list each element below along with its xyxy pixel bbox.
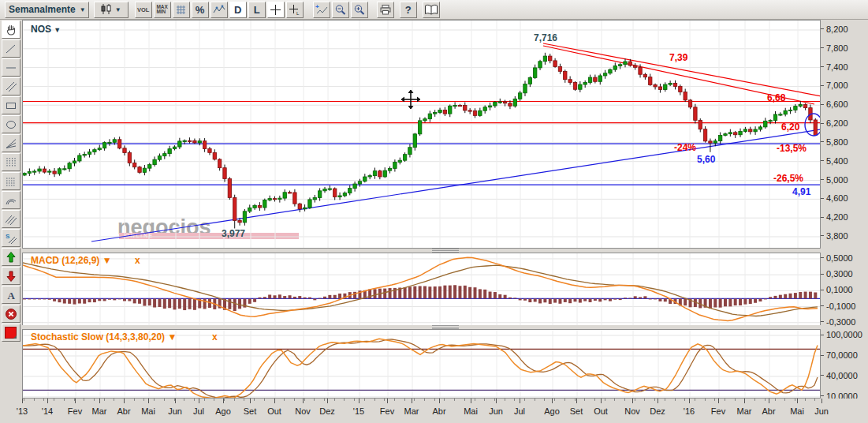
chart-style-dropdown[interactable]: ▼ [94,2,129,18]
month-label: Ago [544,406,560,416]
fib-retracement-tool[interactable] [2,172,20,190]
month-tick [22,399,23,403]
fib-time-zones-tool[interactable] [2,153,20,171]
daily-button[interactable]: D [229,2,247,18]
month-label: Out [267,406,281,416]
month-tick [744,399,745,403]
month-tick [175,399,176,403]
macd-close-button[interactable]: x [135,255,140,266]
help-button[interactable]: ? [400,2,417,18]
horizontal-line-tool[interactable] [2,58,20,77]
grid-button[interactable] [173,2,190,18]
vgrid-icon [5,156,17,169]
zoom-out-icon [334,4,346,16]
minor-tick [554,399,555,401]
minor-tick [354,399,355,401]
arrow-down-tool[interactable] [2,267,20,285]
fan-lines-tool[interactable] [2,134,20,152]
chevron-down-icon: ▼ [80,6,86,13]
parallel-lines-tool[interactable] [2,77,20,95]
month-tick [439,399,440,403]
stochastic-close-button[interactable]: x [212,331,218,343]
macd-canvas[interactable] [23,253,820,325]
ellipse-tool[interactable] [2,115,20,133]
axis-tick-label: 4,600 [821,193,848,203]
month-tick [47,399,48,403]
minor-tick [514,399,515,401]
month-tick [412,399,412,403]
speed-lines-tool[interactable] [2,210,20,228]
color-tool[interactable] [2,324,20,342]
month-label: Set [570,406,583,416]
minor-tick [635,399,635,401]
month-tick [327,399,328,403]
volume-button[interactable]: VOL [135,2,152,18]
fib-arcs-tool[interactable] [2,191,20,209]
max-min-button[interactable]: MAX MIN [154,2,171,18]
crosshair-button[interactable] [267,2,285,18]
gann-lines-tool[interactable]: S [2,229,20,247]
axis-tick-label: 7,800 [821,43,848,53]
minor-tick [735,399,736,401]
axis-tick-label: 5,400 [821,156,848,166]
text-tool[interactable]: A [2,286,20,304]
s-lines-icon: S [5,232,17,245]
zoom-in-button[interactable] [351,2,368,18]
percent-button[interactable]: % [192,2,209,18]
trendline-tool[interactable] [2,39,20,58]
line-chart-button[interactable]: L [248,2,266,18]
print-button[interactable] [377,2,394,18]
ellipse-icon [5,118,17,131]
month-label: Fev [380,406,394,416]
delete-tool[interactable] [2,305,20,323]
axis-tick-label: 7,000 [821,80,848,90]
stochastic-panel[interactable]: Stochastic Slow (14,3,3,80,20) ▼ x [22,329,821,399]
arrow-up-tool[interactable] [2,248,20,266]
minor-tick [43,399,44,401]
minor-tick [684,399,685,401]
axis-tick-label: 0,5000 [821,253,853,263]
price-chart-canvas[interactable]: 7,7167,396,686,20-24%5,60-13,5%-26,5%4,9… [23,21,820,248]
minor-tick [725,399,725,401]
month-tick [75,399,76,403]
month-label: Mar [92,406,107,416]
symbol-dropdown[interactable]: NOS ▼ [31,24,61,35]
macd-label-dropdown[interactable]: MACD (12,26,9) ▼ [31,255,112,266]
compare-button[interactable]: + [313,2,330,18]
color-swatch-icon [4,326,18,340]
minor-tick [424,399,425,401]
minor-tick [614,399,615,401]
crosshair-last-button[interactable]: L [286,2,304,18]
stochastic-label-dropdown[interactable]: Stochastic Slow (14,3,3,80,20) ▼ [31,331,177,343]
month-tick [223,399,224,403]
rectangle-tool[interactable] [2,96,20,114]
zoom-out-button[interactable] [332,2,349,18]
axis-tick-label: 5,000 [821,175,848,185]
macd-panel[interactable]: MACD (12,26,9) ▼ x [22,253,821,326]
minor-tick [644,399,645,401]
month-label: '13 [17,406,28,416]
month-label: Dez [650,406,665,416]
month-label: Mar [737,406,752,416]
manual-button[interactable] [423,2,440,18]
month-tick [552,399,553,403]
month-label: Jul [514,406,525,416]
price-chart-panel[interactable]: negocios ONLINE 7,7167,396,686,20-24%5,6… [22,20,821,249]
pan-tool[interactable] [2,21,20,39]
axis-tick-label: 0,3000 [821,269,853,279]
axis-tick-label: 7,400 [821,62,848,72]
hgrid-icon [5,175,17,188]
minor-tick [54,399,54,401]
chart-application: Semanalmente▼▼VOLMAX MIN%DLL+? SA negoci… [0,0,868,423]
minor-tick [414,399,415,401]
minor-tick [765,399,766,401]
minor-tick [164,399,165,401]
time-axis: '13'14FevMarAbrMaiJunJulAgoSetOutNovDez'… [0,399,868,423]
minor-tick [814,399,815,401]
interval-dropdown[interactable]: Semanalmente▼ [5,2,89,18]
month-tick [632,399,633,403]
minor-tick [184,399,184,401]
month-label: Abr [117,406,130,416]
month-tick [274,399,275,403]
indicator-button[interactable] [210,2,228,18]
